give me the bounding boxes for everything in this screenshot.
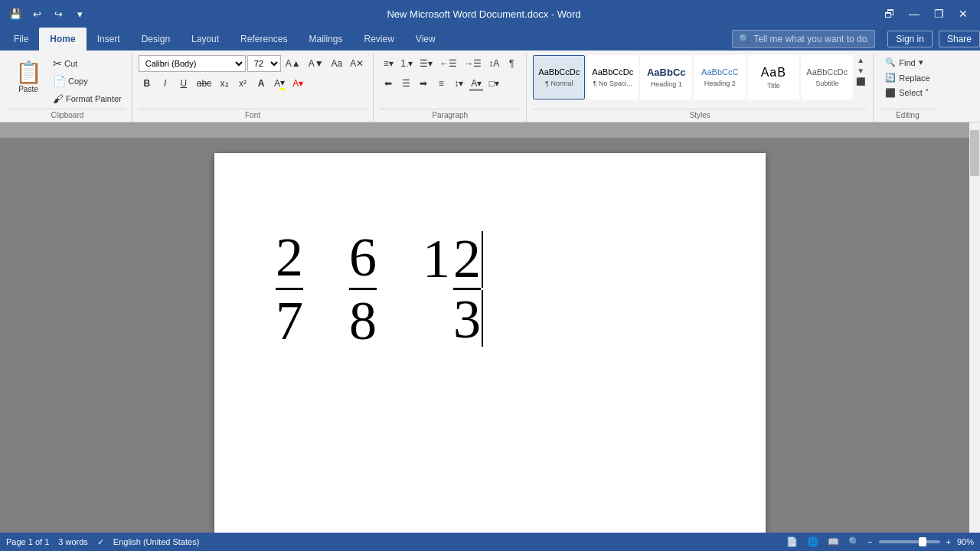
document-page[interactable]: 2 7 6 8 1	[214, 153, 766, 533]
paste-label: Paste	[18, 85, 38, 93]
brush-icon: 🖌	[53, 93, 64, 105]
numbered-list-button[interactable]: 1.▾	[397, 55, 416, 72]
tell-me-input[interactable]	[753, 34, 868, 44]
tab-view[interactable]: View	[405, 28, 446, 51]
tab-review[interactable]: Review	[353, 28, 404, 51]
maximize-button[interactable]: ❐	[928, 3, 949, 24]
close-button[interactable]: ✕	[952, 3, 974, 24]
vertical-scrollbar[interactable]	[969, 122, 980, 533]
italic-button[interactable]: I	[157, 75, 174, 92]
zoom-level: 90%	[957, 537, 974, 546]
underline-button[interactable]: U	[175, 75, 192, 92]
language-indicator[interactable]: English (United States)	[113, 537, 200, 546]
align-right-button[interactable]: ➡	[415, 75, 432, 92]
font-color-button[interactable]: A▾	[289, 75, 306, 92]
group-styles: AaBbCcDc ¶ Normal AaBbCcDc ¶ No Spaci...…	[527, 54, 874, 122]
style-subtitle[interactable]: AaBbCcDc Subtitle	[801, 55, 853, 99]
cut-label: Cut	[64, 59, 77, 68]
tab-references[interactable]: References	[230, 28, 298, 51]
tab-insert[interactable]: Insert	[87, 28, 131, 51]
select-button[interactable]: ⬛ Select ˅	[880, 86, 935, 100]
sort-button[interactable]: ↕A	[485, 55, 502, 72]
zoom-in-btn[interactable]: +	[946, 537, 951, 546]
strikethrough-button[interactable]: abc	[194, 75, 214, 92]
multilevel-list-button[interactable]: ☰▾	[416, 55, 436, 72]
mixed-number-1-2-3: 1 2 3	[423, 231, 481, 347]
font-size-decrease-button[interactable]: A▼	[305, 55, 327, 72]
replace-button[interactable]: 🔄 Replace	[880, 70, 935, 85]
text-effect-button[interactable]: A	[253, 75, 270, 92]
bullet-list-button[interactable]: ≡▾	[380, 55, 397, 72]
cut-button[interactable]: ✂ Cut	[49, 55, 126, 72]
style-title[interactable]: AaB Title	[747, 55, 799, 99]
group-font: Calibri (Body) 72 A▲ A▼ Aa A✕ B I U abc …	[132, 54, 374, 122]
justify-button[interactable]: ≡	[433, 75, 449, 92]
border-button[interactable]: □▾	[485, 75, 502, 92]
style-heading2[interactable]: AaBbCcC Heading 2	[694, 55, 746, 99]
web-layout-btn[interactable]: 🌐	[805, 536, 820, 547]
decrease-indent-button[interactable]: ←☰	[436, 55, 460, 72]
align-center-button[interactable]: ☰	[397, 75, 414, 92]
clear-formatting-button[interactable]: A✕	[347, 55, 367, 72]
share-button[interactable]: Share	[939, 31, 980, 47]
ribbon-tabs-row: File Home Insert Design Layout Reference…	[0, 28, 980, 51]
change-case-button[interactable]: Aa	[328, 55, 346, 72]
page-container[interactable]: 2 7 6 8 1	[0, 138, 980, 533]
tab-layout[interactable]: Layout	[181, 28, 230, 51]
styles-scroll-up[interactable]: ▲	[856, 55, 865, 65]
show-marks-button[interactable]: ¶	[503, 55, 520, 72]
focus-mode-btn[interactable]: 🔍	[847, 536, 861, 547]
fraction-6-8: 6 8	[349, 230, 377, 348]
style-normal[interactable]: AaBbCcDc ¶ Normal	[533, 55, 585, 99]
font-size-select[interactable]: 72	[247, 55, 281, 72]
text-cursor-2	[482, 290, 483, 347]
read-mode-btn[interactable]: 📖	[826, 536, 841, 547]
mixed-denominator-row: 3	[453, 290, 481, 347]
spelling-check-icon[interactable]: ✓	[97, 537, 104, 547]
mixed-numerator-row: 2	[453, 231, 481, 288]
font-family-select[interactable]: Calibri (Body)	[139, 55, 246, 72]
format-painter-button[interactable]: 🖌 Format Painter	[49, 90, 126, 107]
restore-button[interactable]: 🗗	[879, 3, 900, 24]
zoom-out-btn[interactable]: −	[867, 537, 872, 546]
shading-button[interactable]: A▾	[468, 75, 485, 92]
superscript-button[interactable]: x²	[234, 75, 251, 92]
styles-scroll-down[interactable]: ▼	[856, 66, 865, 76]
tab-home[interactable]: Home	[39, 28, 86, 51]
styles-group-content: AaBbCcDc ¶ Normal AaBbCcDc ¶ No Spaci...…	[533, 54, 867, 109]
editing-group-content: 🔍 Find ▾ 🔄 Replace ⬛ Select ˅	[880, 54, 935, 109]
quick-access-dropdown[interactable]: ▾	[70, 5, 89, 23]
para-row1: ≡▾ 1.▾ ☰▾ ←☰ →☰ ↕A ¶	[380, 55, 520, 72]
align-left-button[interactable]: ⬅	[380, 75, 397, 92]
find-button[interactable]: 🔍 Find ▾	[880, 55, 935, 70]
tab-mailings[interactable]: Mailings	[298, 28, 353, 51]
zoom-slider[interactable]	[879, 540, 940, 543]
tab-design[interactable]: Design	[131, 28, 181, 51]
increase-indent-button[interactable]: →☰	[461, 55, 485, 72]
paste-button[interactable]: 📋 Paste	[9, 55, 47, 99]
highlight-color-button[interactable]: A▾	[271, 75, 288, 92]
scrollbar-thumb[interactable]	[970, 130, 979, 176]
font-size-increase-button[interactable]: A▲	[283, 55, 304, 72]
window-controls: 🗗 — ❐ ✕	[879, 3, 974, 24]
fraction-container: 2 7 6 8 1	[276, 230, 704, 348]
print-layout-btn[interactable]: 📄	[785, 536, 799, 547]
save-button[interactable]: 💾	[6, 5, 24, 23]
tell-me-wrapper[interactable]: 🔍	[732, 30, 875, 48]
copy-button[interactable]: 📄 Copy	[49, 73, 126, 90]
undo-button[interactable]: ↩	[28, 5, 46, 23]
styles-expand[interactable]: ⬛	[855, 77, 866, 86]
style-heading1-label: Heading 1	[651, 80, 682, 88]
style-heading1[interactable]: AaBbCc Heading 1	[640, 55, 692, 99]
sign-in-button[interactable]: Sign in	[887, 31, 933, 47]
subscript-button[interactable]: x₂	[216, 75, 233, 92]
tab-file[interactable]: File	[3, 28, 39, 51]
minimize-button[interactable]: —	[903, 3, 925, 24]
style-heading2-preview: AaBbCcC	[701, 67, 738, 77]
user-area: Sign in Share	[887, 31, 980, 47]
font-group-label: Font	[139, 109, 367, 122]
redo-button[interactable]: ↪	[49, 5, 67, 23]
bold-button[interactable]: B	[139, 75, 155, 92]
style-no-spacing[interactable]: AaBbCcDc ¶ No Spaci...	[586, 55, 639, 99]
line-spacing-button[interactable]: ↕▾	[450, 75, 467, 92]
